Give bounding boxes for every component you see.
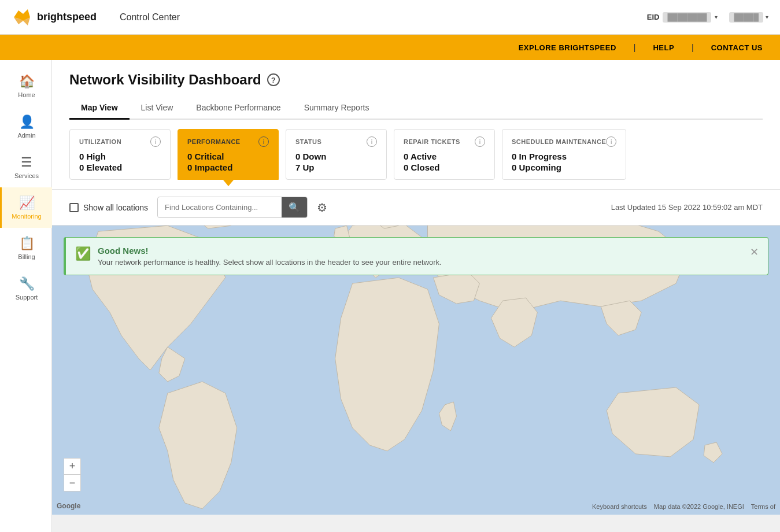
action-bar: EXPLORE BRIGHTSPEED | HELP | CONTACT US — [0, 35, 780, 60]
home-icon: 🏠 — [19, 74, 35, 89]
eid-value: ████████ — [663, 12, 711, 23]
utilization-high: 0 High — [79, 152, 161, 161]
sidebar-label-home: Home — [18, 91, 35, 98]
contact-us-link[interactable]: CONTACT US — [711, 43, 763, 52]
utilization-title: UTILIZATION — [79, 138, 121, 145]
user-name: █████ — [729, 12, 763, 23]
good-news-content: Good News! Your network performance is h… — [98, 246, 743, 267]
explore-brightspeed-link[interactable]: EXPLORE BRIGHTSPEED — [519, 43, 616, 52]
map-data-label: Map data ©2022 Google, INEGI — [654, 503, 744, 510]
zoom-in-button[interactable]: + — [64, 459, 80, 475]
help-link[interactable]: HELP — [653, 43, 674, 52]
sidebar-item-home[interactable]: 🏠 Home — [0, 66, 52, 106]
sidebar: 🏠 Home 👤 Admin ☰ Services 📈 Monitoring 📋… — [0, 60, 52, 532]
tab-list-view[interactable]: List View — [130, 97, 185, 120]
keyboard-shortcuts-link[interactable]: Keyboard shortcuts — [592, 503, 647, 510]
sidebar-item-support[interactable]: 🔧 Support — [0, 268, 52, 309]
good-news-banner: ✅ Good News! Your network performance is… — [64, 237, 768, 275]
services-icon: ☰ — [21, 155, 32, 170]
maintenance-in-progress: 0 In Progress — [512, 152, 616, 161]
good-news-check-icon: ✅ — [75, 246, 91, 261]
content-area: Network Visibility Dashboard ? Map View … — [52, 60, 780, 532]
maintenance-title: SCHEDULED MAINTENANCE — [512, 138, 606, 145]
search-button[interactable]: 🔍 — [282, 197, 307, 217]
page-title: Network Visibility Dashboard — [69, 72, 261, 88]
stat-card-status[interactable]: STATUS i 0 Down 7 Up — [286, 129, 387, 180]
app-title: Control Center — [120, 12, 180, 23]
zoom-out-button[interactable]: − — [64, 475, 80, 491]
sidebar-item-billing[interactable]: 📋 Billing — [0, 228, 52, 268]
tab-summary-reports[interactable]: Summary Reports — [293, 97, 381, 120]
good-news-message: Your network performance is healthy. Sel… — [98, 258, 743, 267]
user-section: █████ ▾ — [729, 12, 768, 23]
status-info-icon[interactable]: i — [367, 136, 377, 147]
checkbox-icon — [69, 203, 79, 212]
repair-title: REPAIR TICKETS — [404, 138, 460, 145]
status-down: 0 Down — [295, 152, 377, 161]
performance-title: PERFORMANCE — [187, 138, 241, 145]
sidebar-label-support: Support — [16, 294, 38, 301]
monitoring-icon: 📈 — [19, 195, 35, 210]
good-news-close-button[interactable]: ✕ — [750, 246, 759, 258]
sidebar-item-services[interactable]: ☰ Services — [0, 147, 52, 187]
sidebar-item-admin[interactable]: 👤 Admin — [0, 106, 52, 147]
utilization-elevated: 0 Elevated — [79, 162, 161, 172]
logo: brightspeed — [12, 7, 97, 28]
status-title: STATUS — [295, 138, 321, 145]
sidebar-label-monitoring: Monitoring — [12, 213, 41, 220]
stat-card-utilization[interactable]: UTILIZATION i 0 High 0 Elevated — [69, 129, 171, 180]
tab-map-view[interactable]: Map View — [69, 97, 130, 120]
map-zoom-controls: + − — [64, 458, 81, 492]
last-updated-text: Last Updated 15 Sep 2022 10:59:02 am MDT — [611, 203, 763, 212]
brightspeed-logo-icon — [12, 7, 32, 28]
billing-icon: 📋 — [19, 236, 35, 251]
filter-icon[interactable]: ⚙ — [317, 201, 327, 215]
admin-icon: 👤 — [19, 114, 35, 130]
repair-info-icon[interactable]: i — [475, 136, 485, 147]
sidebar-label-billing: Billing — [18, 253, 35, 260]
tab-bar: Map View List View Backbone Performance … — [69, 97, 763, 120]
stat-card-repair[interactable]: REPAIR TICKETS i 0 Active 0 Closed — [394, 129, 495, 180]
search-box: 🔍 — [157, 197, 308, 218]
filter-bar: Show all locations 🔍 ⚙ Last Updated 15 S… — [52, 190, 780, 226]
top-navigation: brightspeed Control Center EID ████████ … — [0, 0, 780, 35]
map-footer: Keyboard shortcuts Map data ©2022 Google… — [592, 503, 775, 510]
dashboard-header: Network Visibility Dashboard ? Map View … — [52, 60, 780, 120]
good-news-title: Good News! — [98, 246, 743, 256]
google-branding: Google — [57, 502, 80, 510]
status-up: 7 Up — [295, 162, 377, 172]
user-chevron-icon[interactable]: ▾ — [766, 14, 768, 20]
stat-card-performance[interactable]: PERFORMANCE i 0 Critical 0 Impacted — [178, 129, 279, 180]
show-all-locations-checkbox[interactable]: Show all locations — [69, 203, 148, 212]
performance-critical: 0 Critical — [187, 152, 269, 161]
performance-impacted: 0 Impacted — [187, 162, 269, 172]
utilization-info-icon[interactable]: i — [150, 136, 161, 147]
top-nav-right: EID ████████ ▾ █████ ▾ — [647, 12, 768, 23]
maintenance-upcoming: 0 Upcoming — [512, 162, 616, 172]
logo-text: brightspeed — [37, 11, 97, 23]
main-layout: 🏠 Home 👤 Admin ☰ Services 📈 Monitoring 📋… — [0, 60, 780, 532]
stat-card-maintenance[interactable]: SCHEDULED MAINTENANCE i 0 In Progress 0 … — [502, 129, 626, 180]
show-all-label: Show all locations — [83, 203, 148, 212]
map-area: ✅ Good News! Your network performance is… — [52, 226, 780, 515]
sidebar-label-admin: Admin — [17, 132, 35, 139]
eid-section: EID ████████ ▾ — [647, 12, 718, 23]
search-input[interactable] — [158, 198, 282, 216]
help-icon[interactable]: ? — [267, 73, 280, 86]
stats-bar: UTILIZATION i 0 High 0 Elevated PERFORMA… — [52, 120, 780, 190]
repair-closed: 0 Closed — [404, 162, 485, 172]
terms-link[interactable]: Terms of — [751, 503, 775, 510]
dashboard-title-row: Network Visibility Dashboard ? — [69, 72, 763, 88]
tab-backbone-performance[interactable]: Backbone Performance — [184, 97, 292, 120]
maintenance-info-icon[interactable]: i — [606, 136, 616, 147]
repair-active: 0 Active — [404, 152, 485, 161]
sidebar-label-services: Services — [14, 172, 39, 179]
sidebar-item-monitoring[interactable]: 📈 Monitoring — [0, 187, 52, 228]
eid-label: EID — [647, 13, 660, 21]
support-icon: 🔧 — [19, 276, 35, 291]
eid-chevron-icon[interactable]: ▾ — [715, 14, 718, 20]
performance-info-icon[interactable]: i — [258, 136, 269, 147]
